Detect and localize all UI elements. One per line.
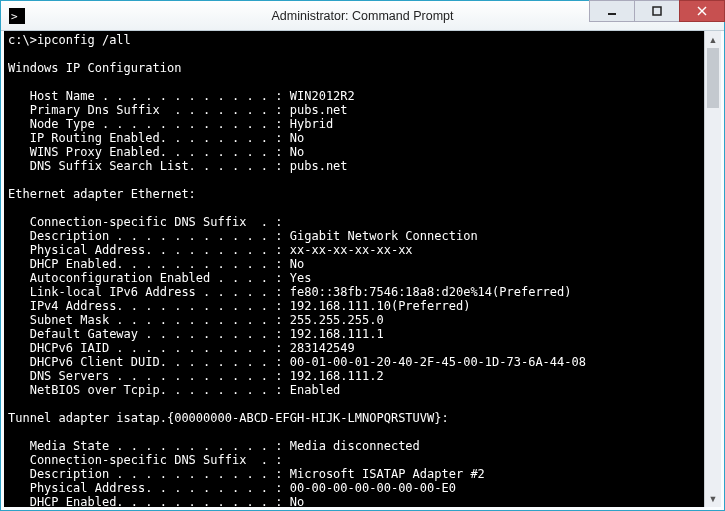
window-controls [589, 1, 724, 30]
svg-rect-2 [608, 13, 616, 15]
console-client-area[interactable]: c:\>ipconfig /all Windows IP Configurati… [1, 31, 724, 510]
app-icon: > [9, 8, 25, 24]
scroll-down-button[interactable]: ▼ [705, 490, 721, 507]
scroll-thumb[interactable] [707, 48, 719, 108]
svg-rect-3 [653, 7, 661, 15]
close-button[interactable] [679, 0, 725, 22]
titlebar[interactable]: > Administrator: Command Prompt [1, 1, 724, 31]
minimize-button[interactable] [589, 0, 635, 22]
console-output: c:\>ipconfig /all Windows IP Configurati… [8, 33, 703, 510]
command-prompt-window: > Administrator: Command Prompt c:\>ipco… [0, 0, 725, 511]
scroll-track[interactable] [705, 48, 721, 490]
scroll-up-button[interactable]: ▲ [705, 31, 721, 48]
maximize-button[interactable] [634, 0, 680, 22]
svg-text:>: > [11, 10, 18, 23]
vertical-scrollbar[interactable]: ▲ ▼ [704, 31, 721, 507]
